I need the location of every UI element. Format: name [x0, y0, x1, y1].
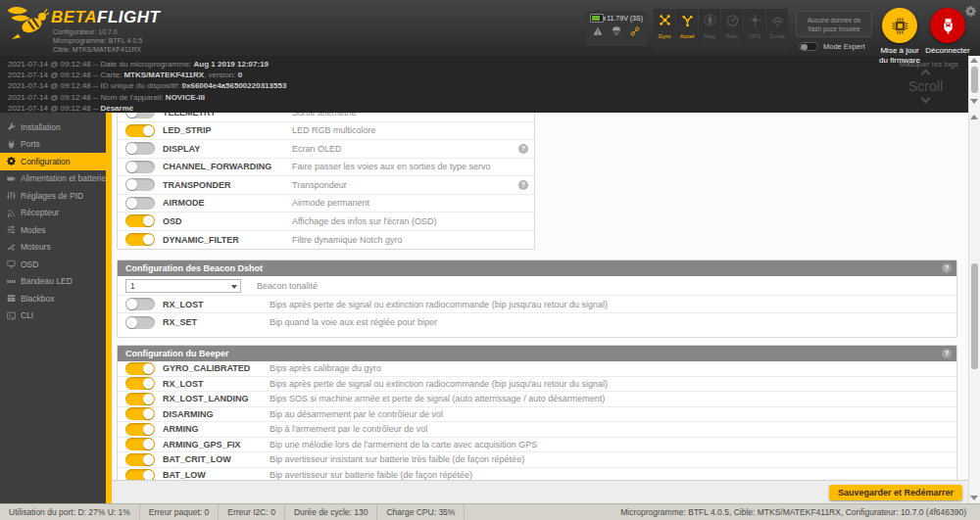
- sidebar-item-label: Configuration: [21, 157, 71, 166]
- cpu-chip-icon: [882, 8, 917, 43]
- sidebar-item-label: Blackbox: [21, 294, 55, 304]
- sidebar-item-installation[interactable]: Installation: [0, 118, 106, 136]
- disconnect-button[interactable]: Déconnecter: [923, 8, 972, 56]
- firmware-update-button[interactable]: Mise à jour du firmware: [879, 8, 920, 65]
- status-bar: Utilisation du port: D: 27% U: 1%Erreur …: [0, 503, 980, 520]
- sensor-button-baro[interactable]: Baro: [721, 9, 743, 48]
- dataflash-button[interactable]: Aucune donnée de flash puce trouvée: [796, 11, 872, 37]
- version-line: Configurateur: 10.7.0: [53, 27, 142, 36]
- sidebar-item-bandeau-led[interactable]: Bandeau LED: [0, 273, 106, 291]
- sensor-button-mag[interactable]: Mag: [699, 9, 720, 48]
- help-icon[interactable]: ?: [942, 263, 952, 273]
- feature-name: BAT_CRIT_LOW: [163, 454, 270, 464]
- feature-description: Sortie télémétrie: [292, 113, 357, 118]
- feature-description: Airmode permanent: [292, 198, 369, 208]
- dshot-beacon-title: Configuration des Beacon Dshot ?: [118, 260, 956, 276]
- statusbar-item: Charge CPU: 35%: [377, 504, 465, 520]
- sidebar-item-label: Installation: [21, 122, 61, 132]
- sidebar-item-r-glages-de-pid[interactable]: Réglages de PID: [0, 187, 106, 205]
- toggle-knob: [143, 363, 154, 374]
- toggle-row-gyro-calibrated: GYRO_CALIBRATEDBips après calibrage du g…: [118, 361, 956, 377]
- feature-name: TELEMETRY: [163, 113, 292, 118]
- toggle-knob: [143, 215, 154, 226]
- wrench-icon: [7, 122, 16, 131]
- sidebar-item-ports[interactable]: Ports: [0, 136, 106, 154]
- help-icon[interactable]: ?: [518, 144, 528, 154]
- toggle-disarming[interactable]: [125, 407, 155, 420]
- toggle-airmode[interactable]: [125, 197, 155, 210]
- feature-description: Bip à l'armement par le contrôleur de vo…: [270, 424, 427, 434]
- toggle-rx-lost[interactable]: [125, 298, 155, 310]
- accel-icon: [681, 14, 694, 26]
- toggle-osd[interactable]: [125, 214, 155, 227]
- toggle-channel-forwarding[interactable]: [125, 161, 155, 173]
- modes-icon: [7, 225, 16, 234]
- toggle-knob: [126, 317, 137, 328]
- main-scrollbar-thumb[interactable]: [971, 263, 978, 369]
- toggle-row-bat-low: BAT_LOWBip avertisseur sur batterie faib…: [118, 468, 956, 481]
- toggle-dynamic-filter[interactable]: [125, 233, 155, 246]
- help-icon[interactable]: ?: [942, 349, 952, 358]
- toggle-rx-set[interactable]: [125, 316, 155, 329]
- sidebar-item-configuration[interactable]: Configuration: [0, 153, 106, 170]
- save-and-reboot-button[interactable]: Sauvegarder et Redémarrer: [829, 485, 962, 500]
- sensor-button-gps[interactable]: GPS: [744, 9, 765, 48]
- feature-name: AIRMODE: [163, 198, 292, 208]
- configuration-tab-content: TELEMETRYSortie télémétrieLED_STRIPLED R…: [112, 113, 968, 480]
- toggle-arming[interactable]: [125, 423, 155, 436]
- toggle-bat-low[interactable]: [125, 469, 155, 480]
- toggle-row-transponder: TRANSPONDERTranspondeur?: [118, 176, 534, 195]
- sidebar-item-r-cepteur[interactable]: Récepteur: [0, 205, 106, 222]
- sidebar-item-cli[interactable]: CLI: [0, 307, 106, 325]
- toggle-gyro-calibrated[interactable]: [125, 362, 155, 375]
- betaflight-bee-logo: [6, 5, 49, 44]
- toggle-knob: [143, 470, 154, 480]
- sensor-label: GPS: [744, 33, 765, 39]
- log-scroll-down-arrow[interactable]: [970, 99, 978, 104]
- feature-name: ARMING: [163, 424, 270, 434]
- toggle-transponder[interactable]: [125, 178, 155, 191]
- sidebar-item-osd[interactable]: OSD: [0, 256, 106, 273]
- log-scroll-up-arrow[interactable]: [970, 58, 978, 63]
- feature-name: TRANSPONDER: [163, 180, 292, 190]
- toggle-display[interactable]: [125, 142, 155, 155]
- sidebar-item-label: Modes: [21, 225, 46, 235]
- sensor-button-gyro[interactable]: Gyro: [654, 9, 675, 48]
- gps-icon: [749, 14, 761, 26]
- sensor-button-sonar[interactable]: Sonar: [766, 9, 788, 48]
- toggle-knob: [126, 179, 137, 190]
- sidebar-item-blackbox[interactable]: Blackbox: [0, 290, 106, 307]
- toggle-row-osd: OSDAffichage des infos sur l'écran (OSD): [118, 213, 534, 231]
- main-scroll-down-arrow[interactable]: [970, 496, 978, 500]
- feature-description: Bips après perte de signal ou extinction…: [270, 379, 608, 389]
- sidebar-item-modes[interactable]: Modes: [0, 221, 106, 239]
- sidebar-item-moteurs[interactable]: Moteurs: [0, 239, 106, 257]
- feature-name: RX_LOST_LANDING: [163, 394, 270, 403]
- toggle-led-strip[interactable]: [125, 124, 155, 137]
- dshot-beacon-box: Configuration des Beacon Dshot ? 1 Beaco…: [117, 260, 957, 338]
- toggle-rx-lost[interactable]: [125, 377, 155, 390]
- log-entry: 2021-07-14 @ 09:12:48 -- ID unique du di…: [8, 80, 968, 91]
- toggle-row-display: DISPLAYEcran OLED?: [118, 140, 534, 159]
- sensor-label: Sonar: [766, 33, 788, 39]
- statusbar-item: Durée de cycle: 130: [285, 504, 378, 520]
- sidebar-item-label: CLI: [21, 310, 33, 320]
- toggle-arming-gps-fix[interactable]: [125, 438, 155, 450]
- beacon-tone-select[interactable]: 1: [125, 279, 241, 293]
- sensor-button-accel[interactable]: Accel: [676, 9, 698, 48]
- log-scroll-indicator[interactable]: Scroll: [908, 71, 943, 102]
- main-scroll-up-arrow[interactable]: [970, 115, 978, 119]
- toggle-bat-crit-low[interactable]: [125, 453, 155, 466]
- expert-mode-toggle[interactable]: [799, 42, 818, 51]
- log-scrollbar-thumb[interactable]: [971, 67, 978, 93]
- toggle-telemetry[interactable]: [125, 113, 155, 118]
- feature-description: Bip une mélodie lors de l'armement de la…: [270, 440, 537, 449]
- toggle-row-telemetry: TELEMETRYSortie télémétrie: [118, 113, 534, 122]
- feature-description: Bip au désarmement par le contrôleur de …: [270, 409, 443, 419]
- sidebar-item-alimentation-et-batterie[interactable]: Alimentation et batterie: [0, 170, 106, 188]
- toggle-rx-lost-landing[interactable]: [125, 393, 155, 405]
- blackbox-icon: [7, 294, 16, 303]
- feature-description: Filtre dynamique Notch gyro: [292, 235, 403, 245]
- help-icon[interactable]: ?: [518, 180, 528, 190]
- sidebar: InstallationPortsConfigurationAlimentati…: [0, 113, 106, 503]
